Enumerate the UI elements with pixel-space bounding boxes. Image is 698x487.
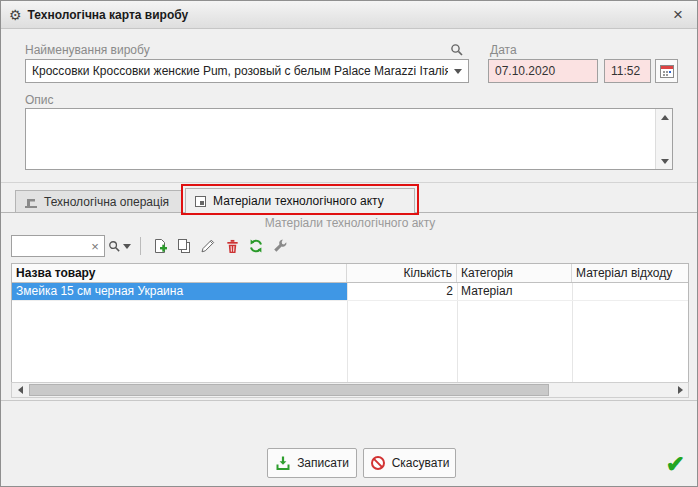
title-bar: ⚙ Технологічна карта виробу × [1,1,697,29]
copy-icon [176,238,192,254]
add-icon [152,238,168,254]
search-icon[interactable] [450,43,464,57]
refresh-button[interactable] [244,235,268,257]
description-label: Опис [25,93,54,107]
tab-materials-act[interactable]: Матеріали технологічного акту [185,188,415,213]
date-label: Дата [490,43,517,57]
refresh-icon [248,238,264,254]
chevron-down-icon[interactable] [448,60,468,82]
description-scrollbar[interactable] [655,109,672,169]
scroll-right-icon[interactable] [672,383,688,397]
footer-divider [1,400,698,401]
scroll-down-icon[interactable] [656,153,673,169]
scrollbar-thumb[interactable] [29,384,549,396]
add-record-button[interactable] [148,235,172,257]
wrench-icon [272,238,288,254]
close-icon[interactable]: × [667,5,689,25]
description-input[interactable] [26,109,655,169]
column-header-quantity[interactable]: Кількість [347,264,457,282]
window-title: Технологічна карта виробу [28,8,189,22]
section-divider [1,182,698,183]
service-button[interactable] [268,235,292,257]
product-label: Найменування виробу [25,43,150,57]
calendar-icon [659,63,675,79]
cancel-label: Скасувати [392,456,450,470]
product-value: Кроссовки Кроссовки женские Pum, розовый… [26,64,448,78]
date-field[interactable] [488,59,598,83]
chevron-down-icon [123,244,131,249]
tab-label: Матеріали технологічного акту [213,194,384,208]
cell-quantity[interactable]: 2 [347,283,457,300]
search-options-button[interactable] [105,235,133,257]
column-header-name[interactable]: Назва товару [12,264,347,282]
copy-record-button[interactable] [172,235,196,257]
calendar-button[interactable] [655,59,678,83]
column-header-waste[interactable]: Матеріал відходу [572,264,688,282]
clear-icon[interactable]: × [86,239,104,254]
product-combobox[interactable]: Кроссовки Кроссовки женские Pum, розовый… [25,59,469,83]
edit-record-button[interactable] [196,235,220,257]
cell-name[interactable]: Змейка 15 см черная Украина [12,283,347,300]
search-icon [108,240,121,253]
materials-icon [194,195,207,208]
search-box: × [11,235,105,257]
save-label: Записати [297,456,349,470]
scroll-up-icon[interactable] [656,109,673,125]
tech-card-dialog: ⚙ Технологічна карта виробу × Найменуван… [0,0,698,487]
confirm-check-icon: ✔ [666,451,685,478]
table-horizontal-scrollbar[interactable] [11,382,689,398]
time-field[interactable] [604,59,651,83]
tab-tech-operation[interactable]: Технологічна операція [15,190,183,213]
delete-icon [225,239,240,254]
cell-category[interactable]: Матеріал [457,283,572,300]
materials-table: Назва товару Кількість Категорія Матеріа… [11,263,689,383]
description-box [25,108,673,170]
gear-icon: ⚙ [9,7,22,23]
tab-label: Технологічна операція [44,195,169,209]
table-row[interactable]: Змейка 15 см черная Украина 2 Матеріал [12,283,688,301]
scroll-left-icon[interactable] [12,383,28,397]
section-caption: Матеріали технологічного акту [1,216,698,230]
save-button[interactable]: Записати [267,448,357,478]
table-body: Змейка 15 см черная Украина 2 Матеріал [12,283,688,382]
search-input[interactable] [12,239,86,253]
save-icon [275,455,291,471]
cell-waste[interactable] [572,283,688,300]
cancel-icon [370,455,386,471]
column-header-category[interactable]: Категорія [457,264,572,282]
toolbar-separator [140,237,141,255]
operation-icon [24,195,38,209]
table-header: Назва товару Кількість Категорія Матеріа… [12,264,688,283]
materials-toolbar: × [11,234,292,258]
cancel-button[interactable]: Скасувати [363,448,456,478]
edit-icon [200,238,216,254]
delete-record-button[interactable] [220,235,244,257]
